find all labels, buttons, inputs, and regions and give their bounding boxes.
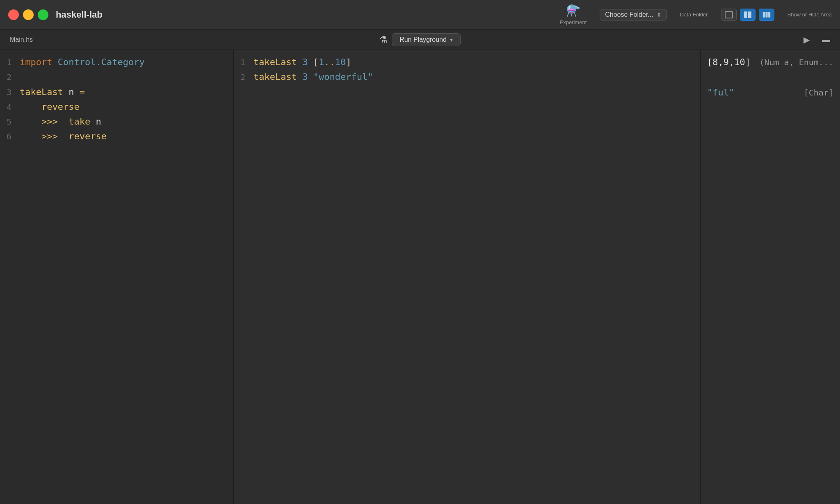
result-type-continuation — [707, 70, 833, 85]
folder-chooser-label: Choose Folder... — [605, 11, 653, 18]
result-row-1: [8,9,10] (Num a, Enum... — [707, 55, 833, 70]
line-number: 4 — [0, 100, 20, 114]
line-number: 2 — [234, 70, 253, 84]
playground-controls: ⚗ Run Playground ▾ — [379, 33, 461, 46]
traffic-lights — [8, 9, 48, 20]
playground-line-2: 2 takeLast 3 "wonderful" — [234, 70, 700, 84]
close-button[interactable] — [8, 9, 19, 20]
line-number: 2 — [0, 70, 20, 84]
line-content: >>> reverse — [20, 129, 107, 144]
show-hide-action[interactable]: Show or Hide Area — [788, 11, 832, 18]
code-line-5: 5 >>> take n — [0, 114, 233, 129]
experiment-action[interactable]: ⚗️ Experiment — [560, 4, 587, 25]
result-value-2: "ful" — [707, 85, 734, 100]
line-content — [20, 70, 25, 84]
data-folder-label: Data Folder — [680, 11, 708, 18]
playground-line-1: 1 takeLast 3 [1..10] — [234, 55, 700, 70]
play-icon: ▶ — [803, 35, 810, 45]
chevron-updown-icon: ⇕ — [657, 11, 662, 18]
tabbar-right-actions: ▶ ▬ — [799, 34, 840, 46]
experiment-icon: ⚗️ — [566, 4, 580, 18]
titlebar: haskell-lab ⚗️ Experiment Choose Folder.… — [0, 0, 840, 30]
play-button[interactable]: ▶ — [799, 34, 814, 46]
chevron-down-icon: ▾ — [450, 36, 453, 43]
line-content: >>> take n — [20, 114, 101, 129]
layout-icons — [721, 9, 774, 21]
svg-rect-3 — [762, 12, 765, 17]
line-number: 5 — [0, 115, 20, 129]
run-playground-button[interactable]: Run Playground ▾ — [392, 33, 461, 46]
titlebar-actions: ⚗️ Experiment Choose Folder... ⇕ Data Fo… — [560, 4, 832, 25]
code-line-1: 1 import Control.Category — [0, 55, 233, 70]
code-line-4: 4 reverse — [0, 100, 233, 114]
line-number: 3 — [0, 86, 20, 99]
svg-rect-5 — [768, 12, 770, 17]
tab-label: Main.hs — [10, 36, 33, 43]
result-value-1: [8,9,10] — [707, 55, 751, 70]
run-button-label: Run Playground — [399, 36, 447, 43]
results-panel: [8,9,10] (Num a, Enum... "ful" [Char] — [701, 50, 840, 504]
line-content: takeLast n = — [20, 85, 85, 100]
code-editor[interactable]: 1 import Control.Category 2 3 takeLast n… — [0, 50, 233, 149]
code-line-2: 2 — [0, 70, 233, 84]
line-content: reverse — [20, 100, 80, 114]
data-folder-action[interactable]: Data Folder — [680, 11, 708, 18]
main-tab[interactable]: Main.hs — [0, 30, 43, 50]
line-content: import Control.Category — [20, 55, 145, 70]
app-title: haskell-lab — [56, 9, 103, 20]
console-button[interactable]: ▬ — [819, 34, 833, 46]
svg-rect-2 — [748, 11, 751, 18]
result-type-1: (Num a, Enum... — [759, 56, 833, 69]
main-content: 1 import Control.Category 2 3 takeLast n… — [0, 50, 840, 504]
tabbar: Main.hs ⚗ Run Playground ▾ ▶ ▬ — [0, 30, 840, 50]
svg-rect-4 — [765, 12, 767, 17]
code-line-3: 3 takeLast n = — [0, 85, 233, 100]
playground-panel: 1 takeLast 3 [1..10] 2 takeLast 3 "wonde… — [234, 50, 701, 504]
svg-rect-1 — [744, 11, 747, 18]
show-hide-label: Show or Hide Area — [788, 11, 832, 18]
editor-panel: 1 import Control.Category 2 3 takeLast n… — [0, 50, 234, 504]
flask-icon: ⚗ — [379, 34, 388, 45]
line-content: takeLast 3 "wonderful" — [253, 70, 373, 84]
playground-editor[interactable]: 1 takeLast 3 [1..10] 2 takeLast 3 "wonde… — [234, 50, 700, 90]
fullscreen-button[interactable] — [38, 9, 48, 20]
code-line-6: 6 >>> reverse — [0, 129, 233, 144]
result-row-2: "ful" [Char] — [707, 85, 833, 100]
console-icon: ▬ — [822, 35, 830, 44]
line-number: 1 — [234, 56, 253, 69]
svg-rect-0 — [725, 11, 733, 18]
layout-split-button[interactable] — [740, 9, 756, 21]
experiment-label: Experiment — [560, 19, 587, 25]
layout-triple-button[interactable] — [759, 9, 774, 21]
line-number: 6 — [0, 130, 20, 143]
line-content: takeLast 3 [1..10] — [253, 55, 351, 70]
result-type-2: [Char] — [804, 86, 833, 100]
layout-single-button[interactable] — [721, 9, 737, 21]
line-number: 1 — [0, 56, 20, 69]
minimize-button[interactable] — [23, 9, 34, 20]
folder-chooser[interactable]: Choose Folder... ⇕ — [600, 9, 667, 20]
